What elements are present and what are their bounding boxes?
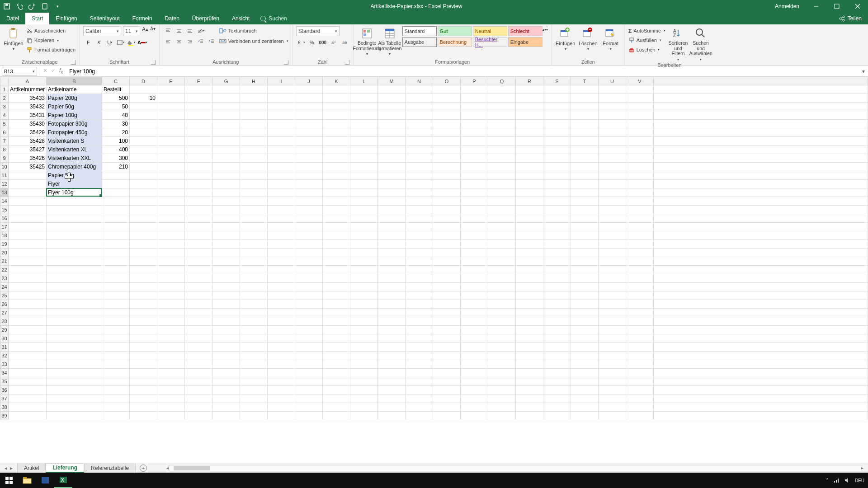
cell[interactable] [599, 283, 626, 291]
cell[interactable] [295, 274, 323, 283]
cell[interactable] [599, 145, 626, 154]
cell[interactable] [130, 412, 157, 420]
cell[interactable] [433, 214, 461, 223]
cell[interactable] [268, 128, 295, 137]
cell[interactable] [240, 171, 268, 180]
row-header[interactable]: 19 [0, 240, 9, 249]
cell[interactable]: Visitenkarten XL [47, 145, 102, 154]
cell[interactable] [268, 343, 295, 352]
cell[interactable] [488, 266, 516, 274]
sheet-nav-next-icon[interactable]: ▸ [10, 465, 13, 471]
cell[interactable] [157, 94, 185, 103]
cell[interactable] [571, 188, 599, 197]
cell[interactable] [212, 334, 240, 343]
row-header[interactable]: 21 [0, 257, 9, 266]
cell[interactable] [516, 171, 543, 180]
cell[interactable] [626, 137, 654, 145]
cell[interactable] [599, 231, 626, 240]
cell[interactable] [488, 249, 516, 257]
tab-data[interactable]: Daten [159, 13, 186, 24]
cell[interactable] [102, 274, 130, 283]
cell[interactable] [157, 120, 185, 128]
maximize-button[interactable] [826, 0, 847, 13]
cell[interactable] [295, 386, 323, 394]
cell[interactable] [516, 326, 543, 334]
cell[interactable] [626, 334, 654, 343]
font-size-select[interactable]: 11▾ [123, 26, 140, 36]
cell[interactable] [295, 257, 323, 266]
cell[interactable] [350, 171, 378, 180]
cell[interactable] [47, 231, 102, 240]
cell[interactable] [350, 137, 378, 145]
cell[interactable] [102, 309, 130, 317]
cell[interactable] [378, 163, 406, 171]
cell[interactable] [9, 214, 47, 223]
cell[interactable] [323, 120, 350, 128]
cell[interactable] [433, 394, 461, 403]
cell[interactable] [488, 360, 516, 369]
cell[interactable] [47, 334, 102, 343]
cell[interactable] [240, 223, 268, 231]
cell[interactable] [295, 334, 323, 343]
cell[interactable] [626, 180, 654, 188]
conditional-formatting-button[interactable]: Bedingte Formatierung▾ [357, 26, 377, 57]
border-button[interactable]: ▾ [116, 38, 126, 47]
cell[interactable] [350, 249, 378, 257]
cell[interactable] [268, 360, 295, 369]
cell[interactable] [268, 103, 295, 111]
cell[interactable] [295, 352, 323, 360]
number-launcher-icon[interactable] [345, 60, 349, 65]
cell[interactable] [571, 317, 599, 326]
style-eingabe[interactable]: Eingabe [508, 37, 542, 47]
cell[interactable] [157, 283, 185, 291]
cell[interactable] [47, 326, 102, 334]
cell[interactable] [488, 231, 516, 240]
cell[interactable] [461, 300, 488, 309]
cell[interactable] [268, 197, 295, 206]
cell[interactable] [350, 274, 378, 283]
cell[interactable]: 35431 [9, 111, 47, 120]
cell[interactable] [295, 180, 323, 188]
cell[interactable] [268, 188, 295, 197]
column-header-F[interactable]: F [185, 77, 212, 85]
tell-me-search[interactable]: Suchen [256, 13, 292, 24]
cell[interactable] [47, 240, 102, 249]
cell[interactable] [9, 240, 47, 249]
cell[interactable] [571, 154, 599, 163]
cell[interactable] [433, 231, 461, 240]
cell[interactable] [654, 206, 868, 214]
cell[interactable] [433, 343, 461, 352]
cell[interactable] [185, 145, 212, 154]
cell[interactable] [626, 266, 654, 274]
cell[interactable] [9, 360, 47, 369]
cell[interactable] [599, 206, 626, 214]
cell[interactable] [626, 317, 654, 326]
cell[interactable] [406, 171, 433, 180]
cell[interactable] [157, 291, 185, 300]
cell[interactable] [543, 386, 571, 394]
cell[interactable] [543, 394, 571, 403]
cell[interactable] [323, 197, 350, 206]
cell[interactable] [378, 249, 406, 257]
cell[interactable]: Flyer [47, 180, 102, 188]
cell[interactable] [212, 154, 240, 163]
cell[interactable] [406, 317, 433, 326]
cell[interactable] [543, 317, 571, 326]
cell[interactable] [654, 111, 868, 120]
cell[interactable] [488, 240, 516, 249]
cell[interactable] [240, 317, 268, 326]
cell[interactable] [130, 240, 157, 249]
cell[interactable] [212, 240, 240, 249]
cell[interactable] [599, 137, 626, 145]
cell[interactable] [406, 334, 433, 343]
cell[interactable] [185, 257, 212, 266]
cell[interactable] [212, 317, 240, 326]
cell[interactable] [461, 145, 488, 154]
style-besuchter-link[interactable]: Besuchter H... [473, 37, 507, 47]
paste-button[interactable]: Einfügen ▾ [4, 26, 24, 52]
row-header[interactable]: 31 [0, 343, 9, 352]
cell[interactable] [626, 154, 654, 163]
cell[interactable] [240, 266, 268, 274]
cell[interactable] [461, 369, 488, 377]
cell[interactable] [240, 111, 268, 120]
